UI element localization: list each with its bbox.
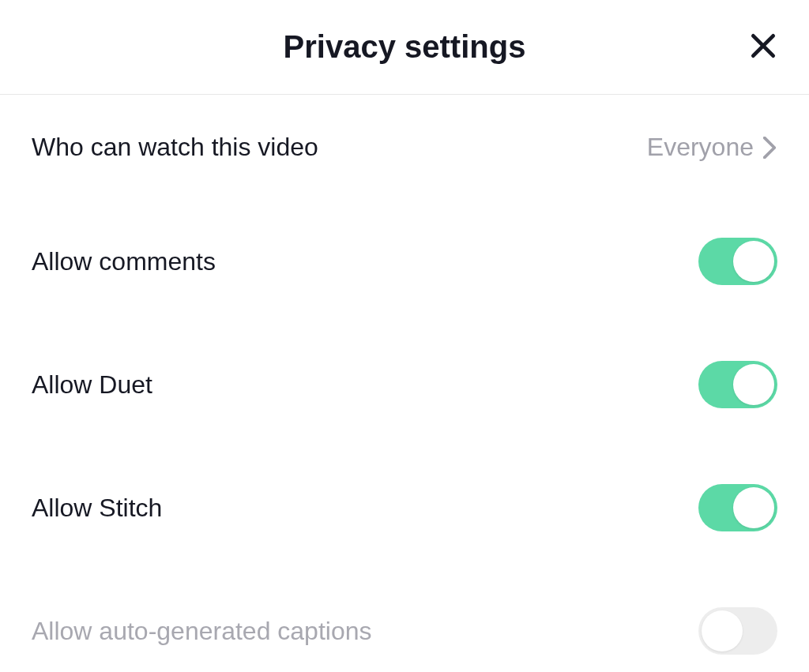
close-button[interactable] xyxy=(746,30,781,65)
setting-allow-duet: Allow Duet xyxy=(32,323,777,446)
modal-header: Privacy settings xyxy=(0,0,809,95)
setting-allow-captions: Allow auto-generated captions xyxy=(32,569,777,672)
setting-label: Allow Duet xyxy=(32,370,152,400)
close-icon xyxy=(748,31,778,63)
toggle-knob xyxy=(733,364,774,405)
setting-label: Allow auto-generated captions xyxy=(32,617,372,646)
chevron-right-icon xyxy=(762,140,777,156)
setting-value: Everyone xyxy=(647,133,754,162)
toggle-knob xyxy=(702,610,743,651)
setting-label: Who can watch this video xyxy=(32,133,318,162)
page-title: Privacy settings xyxy=(284,29,526,65)
setting-who-can-watch[interactable]: Who can watch this video Everyone xyxy=(32,95,777,200)
toggle-allow-stitch[interactable] xyxy=(698,484,777,531)
toggle-allow-comments[interactable] xyxy=(698,238,777,285)
setting-allow-comments: Allow comments xyxy=(32,200,777,323)
toggle-knob xyxy=(733,241,774,282)
setting-label: Allow Stitch xyxy=(32,494,162,523)
setting-label: Allow comments xyxy=(32,247,216,276)
toggle-allow-duet[interactable] xyxy=(698,361,777,408)
setting-value-link[interactable]: Everyone xyxy=(647,133,777,162)
toggle-allow-captions[interactable] xyxy=(698,607,777,655)
toggle-knob xyxy=(733,487,774,528)
settings-list: Who can watch this video Everyone Allow … xyxy=(0,95,809,672)
setting-allow-stitch: Allow Stitch xyxy=(32,446,777,569)
